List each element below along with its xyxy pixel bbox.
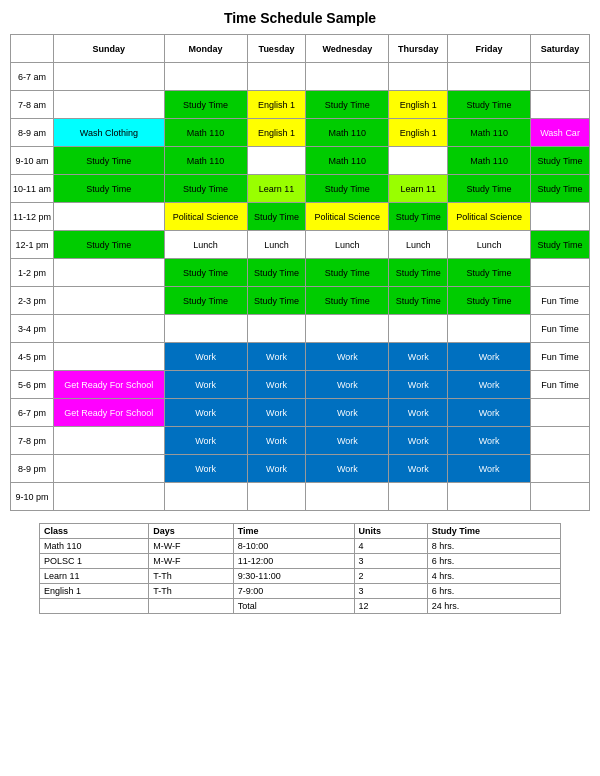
schedule-row: 7-8 pmWorkWorkWorkWorkWork — [11, 427, 590, 455]
schedule-cell — [531, 483, 590, 511]
legend-table: Class Days Time Units Study Time Math 11… — [39, 523, 561, 614]
schedule-cell: Study Time — [531, 147, 590, 175]
legend-total-label: Total — [233, 599, 354, 614]
header-wednesday: Wednesday — [306, 35, 389, 63]
schedule-cell — [389, 147, 448, 175]
legend-cell-class: English 1 — [40, 584, 149, 599]
schedule-cell: Study Time — [306, 287, 389, 315]
schedule-cell: Lunch — [164, 231, 247, 259]
schedule-cell — [54, 315, 165, 343]
schedule-cell — [247, 483, 306, 511]
schedule-cell: Math 110 — [448, 119, 531, 147]
schedule-cell — [531, 63, 590, 91]
schedule-cell: Lunch — [306, 231, 389, 259]
legend-cell-units: 2 — [354, 569, 427, 584]
schedule-cell: Study Time — [164, 287, 247, 315]
schedule-cell — [54, 203, 165, 231]
schedule-cell: Wash Car — [531, 119, 590, 147]
legend-cell-time: 9:30-11:00 — [233, 569, 354, 584]
schedule-cell: Work — [389, 427, 448, 455]
schedule-row: 5-6 pmGet Ready For SchoolWorkWorkWorkWo… — [11, 371, 590, 399]
header-sunday: Sunday — [54, 35, 165, 63]
time-label: 10-11 am — [11, 175, 54, 203]
schedule-cell: Work — [306, 427, 389, 455]
schedule-cell: English 1 — [247, 91, 306, 119]
header-friday: Friday — [448, 35, 531, 63]
schedule-cell — [54, 259, 165, 287]
legend-row: Math 110M-W-F8-10:0048 hrs. — [40, 539, 561, 554]
schedule-cell: Work — [389, 343, 448, 371]
schedule-cell: Work — [448, 427, 531, 455]
schedule-row: 7-8 amStudy TimeEnglish 1Study TimeEngli… — [11, 91, 590, 119]
legend-total-units: 12 — [354, 599, 427, 614]
schedule-row: 9-10 amStudy TimeMath 110Math 110Math 11… — [11, 147, 590, 175]
schedule-cell: Study Time — [306, 259, 389, 287]
schedule-cell: Study Time — [389, 259, 448, 287]
legend-total-empty2 — [149, 599, 233, 614]
legend-cell-units: 4 — [354, 539, 427, 554]
schedule-cell — [531, 259, 590, 287]
schedule-row: 8-9 pmWorkWorkWorkWorkWork — [11, 455, 590, 483]
time-label: 7-8 am — [11, 91, 54, 119]
schedule-cell — [531, 399, 590, 427]
schedule-cell — [531, 455, 590, 483]
legend-cell-class: Math 110 — [40, 539, 149, 554]
schedule-cell: Political Science — [306, 203, 389, 231]
header-empty — [11, 35, 54, 63]
schedule-cell: English 1 — [389, 119, 448, 147]
time-label: 11-12 pm — [11, 203, 54, 231]
time-label: 8-9 pm — [11, 455, 54, 483]
schedule-cell: Study Time — [164, 175, 247, 203]
schedule-row: 9-10 pm — [11, 483, 590, 511]
schedule-cell: Study Time — [247, 203, 306, 231]
legend-cell-time: 11-12:00 — [233, 554, 354, 569]
schedule-cell: English 1 — [389, 91, 448, 119]
time-label: 1-2 pm — [11, 259, 54, 287]
legend-cell-days: T-Th — [149, 569, 233, 584]
schedule-cell: Math 110 — [448, 147, 531, 175]
schedule-cell: Work — [164, 427, 247, 455]
schedule-cell — [389, 315, 448, 343]
legend-cell-days: M-W-F — [149, 554, 233, 569]
legend-header-days: Days — [149, 524, 233, 539]
header-monday: Monday — [164, 35, 247, 63]
schedule-cell: Political Science — [164, 203, 247, 231]
schedule-table: Sunday Monday Tuesday Wednesday Thursday… — [10, 34, 590, 511]
schedule-cell: Work — [389, 399, 448, 427]
schedule-cell: Learn 11 — [389, 175, 448, 203]
time-label: 6-7 am — [11, 63, 54, 91]
schedule-cell: Get Ready For School — [54, 371, 165, 399]
schedule-cell: Math 110 — [164, 119, 247, 147]
schedule-cell: Study Time — [389, 287, 448, 315]
schedule-cell — [448, 63, 531, 91]
schedule-cell — [531, 203, 590, 231]
schedule-cell: Work — [164, 399, 247, 427]
schedule-cell: Study Time — [54, 147, 165, 175]
schedule-row: 1-2 pmStudy TimeStudy TimeStudy TimeStud… — [11, 259, 590, 287]
schedule-cell: Work — [448, 455, 531, 483]
schedule-cell: Fun Time — [531, 287, 590, 315]
schedule-cell: Study Time — [448, 175, 531, 203]
schedule-cell — [164, 483, 247, 511]
legend-row: POLSC 1M-W-F11-12:0036 hrs. — [40, 554, 561, 569]
schedule-cell: Work — [247, 371, 306, 399]
schedule-cell: Study Time — [531, 231, 590, 259]
schedule-row: 12-1 pmStudy TimeLunchLunchLunchLunchLun… — [11, 231, 590, 259]
schedule-cell — [247, 147, 306, 175]
time-label: 4-5 pm — [11, 343, 54, 371]
schedule-cell: Lunch — [448, 231, 531, 259]
schedule-cell — [306, 483, 389, 511]
schedule-cell: Work — [306, 399, 389, 427]
legend-header-units: Units — [354, 524, 427, 539]
schedule-cell: Work — [448, 399, 531, 427]
legend-row: English 1T-Th7-9:0036 hrs. — [40, 584, 561, 599]
legend-cell-class: POLSC 1 — [40, 554, 149, 569]
schedule-cell — [389, 483, 448, 511]
schedule-cell — [54, 483, 165, 511]
schedule-cell: Work — [247, 343, 306, 371]
legend-cell-study_time: 8 hrs. — [427, 539, 560, 554]
page-title: Time Schedule Sample — [10, 10, 590, 26]
schedule-cell: Work — [247, 427, 306, 455]
legend-cell-units: 3 — [354, 584, 427, 599]
schedule-cell — [54, 343, 165, 371]
